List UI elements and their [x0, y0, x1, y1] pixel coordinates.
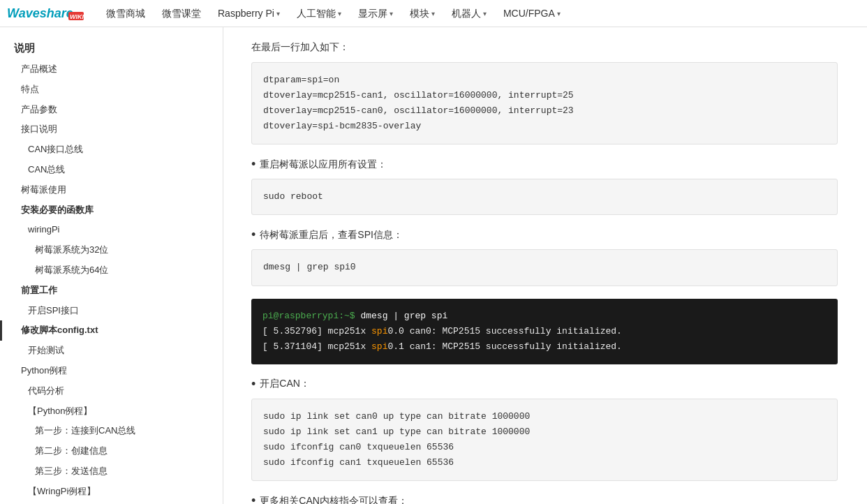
terminal-line2-highlight: spi	[371, 326, 387, 336]
terminal-line3-prefix: [ 5.371104] mcp251x	[262, 341, 371, 352]
nav-ai[interactable]: 人工智能 ▾	[288, 0, 350, 27]
terminal-prompt: pi@raspberrypi:~$	[262, 311, 360, 321]
sidebar-item-prereq[interactable]: 前置工作	[0, 281, 223, 301]
nav-raspberry-arrow: ▾	[276, 0, 280, 27]
bullet-dot-3: •	[251, 377, 255, 392]
nav-weishang[interactable]: 微雪商城	[98, 0, 154, 27]
bullet-title-1: • 重启树莓派以应用所有设置：	[251, 157, 838, 172]
bullet-dot-4: •	[251, 494, 255, 504]
sidebar-item-python-example[interactable]: 【Python例程】	[0, 401, 223, 422]
bullet-section-4: • 更多相关CAN内核指令可以查看：	[251, 494, 838, 504]
bullet-title-4: • 更多相关CAN内核指令可以查看：	[251, 494, 838, 504]
sidebar-item-overview[interactable]: 产品概述	[0, 59, 223, 80]
intro-text: 在最后一行加入如下：	[251, 41, 838, 54]
sidebar-item-params[interactable]: 产品参数	[0, 100, 223, 120]
terminal-block: pi@raspberrypi:~$ dmesg | grep spi [ 5.3…	[251, 299, 838, 364]
terminal-line3-mid: 0.1 can1: MCP2515 successfully initializ…	[387, 341, 621, 352]
sidebar-item-can[interactable]: CAN总线	[0, 160, 223, 180]
sidebar: 说明 产品概述 特点 产品参数 接口说明 CAN接口总线 CAN总线 树莓派使用…	[0, 27, 223, 504]
sidebar-item-64bit[interactable]: 树莓派系统为64位	[0, 260, 223, 281]
nav-module-label: 模块	[410, 0, 429, 27]
nav-display-label: 显示屏	[358, 0, 387, 27]
nav-raspberry[interactable]: Raspberry Pi ▾	[209, 0, 288, 27]
bullet-section-3: • 开启CAN： sudo ip link set can0 up type c…	[251, 377, 838, 481]
svg-text:Waveshare: Waveshare	[7, 6, 73, 20]
code-line-1: dtparam=spi=on	[263, 75, 339, 85]
bullet-text-1: 重启树莓派以应用所有设置：	[260, 158, 387, 171]
nav-mcu-label: MCU/FPGA	[503, 0, 555, 27]
nav-robot-arrow: ▾	[483, 0, 487, 27]
code-line-2: dtoverlay=mcp2515-can1, oscillator=16000…	[263, 90, 574, 101]
sidebar-item-interface[interactable]: 接口说明	[0, 119, 223, 140]
logo-text: Waveshare WIKI	[7, 2, 84, 25]
code-block-dmesg: dmesg | grep spi0	[251, 249, 838, 286]
logo-svg: Waveshare WIKI	[7, 2, 84, 22]
svg-text:WIKI: WIKI	[70, 13, 84, 20]
sidebar-item-step2[interactable]: 第二步：创建信息	[0, 441, 223, 461]
code-line-4: dtoverlay=spi-bcm2835-overlay	[263, 121, 421, 131]
sidebar-item-step3[interactable]: 第三步：发送信息	[0, 461, 223, 482]
sidebar-divider	[0, 502, 223, 504]
nav-mcu-arrow: ▾	[557, 0, 561, 27]
nav-ai-arrow: ▾	[338, 0, 341, 27]
nav-module-arrow: ▾	[431, 0, 435, 27]
bullet-title-2: • 待树莓派重启后，查看SPI信息：	[251, 228, 838, 242]
code-block-reboot: sudo reboot	[251, 179, 838, 215]
nav-weiketi-label: 微雪课堂	[162, 0, 201, 27]
nav-weishang-label: 微雪商城	[106, 0, 145, 27]
terminal-line-3: [ 5.371104] mcp251x spi0.1 can1: MCP2515…	[262, 339, 827, 355]
bullet-dot-1: •	[251, 157, 255, 172]
main-content: 在最后一行加入如下： dtparam=spi=on dtoverlay=mcp2…	[223, 27, 866, 504]
can-line-4: sudo ifconfig can1 txqueuelen 65536	[263, 457, 454, 468]
sidebar-item-rpi-use[interactable]: 树莓派使用	[0, 180, 223, 200]
code-block-can: sudo ip link set can0 up type can bitrat…	[251, 399, 838, 481]
bullet-text-4: 更多相关CAN内核指令可以查看：	[260, 495, 408, 504]
sidebar-section-1-title: 说明	[0, 38, 223, 59]
bullet-text-2: 待树莓派重启后，查看SPI信息：	[260, 229, 403, 242]
nav-module[interactable]: 模块 ▾	[401, 0, 443, 27]
code-line-3: dtoverlay=mcp2515-can0, oscillator=16000…	[263, 105, 574, 116]
terminal-line2-prefix: [ 5.352796] mcp251x	[262, 326, 371, 336]
nav-display[interactable]: 显示屏 ▾	[350, 0, 401, 27]
sidebar-item-step1[interactable]: 第一步：连接到CAN总线	[0, 421, 223, 441]
bullet-text-3: 开启CAN：	[260, 378, 310, 390]
sidebar-item-code-analysis[interactable]: 代码分析	[0, 381, 223, 401]
nav-weiketi[interactable]: 微雪课堂	[154, 0, 209, 27]
terminal-line3-highlight: spi	[371, 341, 387, 352]
sidebar-item-features[interactable]: 特点	[0, 80, 223, 100]
sidebar-item-test[interactable]: 开始测试	[0, 341, 223, 361]
header: Waveshare WIKI 微雪商城 微雪课堂 Raspberry Pi ▾ …	[0, 0, 867, 27]
nav-mcu[interactable]: MCU/FPGA ▾	[495, 0, 569, 27]
terminal-line-1: pi@raspberrypi:~$ dmesg | grep spi	[262, 309, 827, 324]
can-line-2: sudo ip link set can1 up type can bitrat…	[263, 427, 530, 437]
can-line-1: sudo ip link set can0 up type can bitrat…	[263, 411, 530, 422]
sidebar-item-python[interactable]: Python例程	[0, 361, 223, 381]
terminal-line-2: [ 5.352796] mcp251x spi0.0 can0: MCP2515…	[262, 324, 827, 339]
terminal-line2-mid: 0.0 can0: MCP2515 successfully initializ…	[387, 326, 621, 336]
logo[interactable]: Waveshare WIKI	[7, 2, 84, 25]
sidebar-item-can-bus[interactable]: CAN接口总线	[0, 140, 223, 160]
nav-display-arrow: ▾	[390, 0, 393, 27]
page-wrapper: 说明 产品概述 特点 产品参数 接口说明 CAN接口总线 CAN总线 树莓派使用…	[0, 27, 867, 504]
can-line-3: sudo ifconfig can0 txqueuelen 65536	[263, 442, 454, 452]
sidebar-item-32bit[interactable]: 树莓派系统为32位	[0, 240, 223, 260]
sidebar-item-spi[interactable]: 开启SPI接口	[0, 301, 223, 321]
sidebar-item-wringpi-example[interactable]: 【WringPi例程】	[0, 482, 223, 502]
sidebar-item-install-lib[interactable]: 安装必要的函数库	[0, 200, 223, 221]
terminal-cmd: dmesg | grep spi	[360, 311, 447, 321]
bullet-title-3: • 开启CAN：	[251, 377, 838, 392]
bullet-section-2: • 待树莓派重启后，查看SPI信息： dmesg | grep spi0	[251, 228, 838, 286]
bullet-section-1: • 重启树莓派以应用所有设置： sudo reboot	[251, 157, 838, 215]
nav-robot[interactable]: 机器人 ▾	[443, 0, 495, 27]
sidebar-item-config[interactable]: 修改脚本config.txt	[0, 320, 223, 341]
nav-ai-label: 人工智能	[297, 0, 336, 27]
sidebar-item-wiringpi[interactable]: wiringPi	[0, 220, 223, 240]
bullet-dot-2: •	[251, 228, 255, 242]
code-block-config: dtparam=spi=on dtoverlay=mcp2515-can1, o…	[251, 62, 838, 144]
nav-raspberry-label: Raspberry Pi	[218, 0, 274, 27]
nav-robot-label: 机器人	[452, 0, 481, 27]
